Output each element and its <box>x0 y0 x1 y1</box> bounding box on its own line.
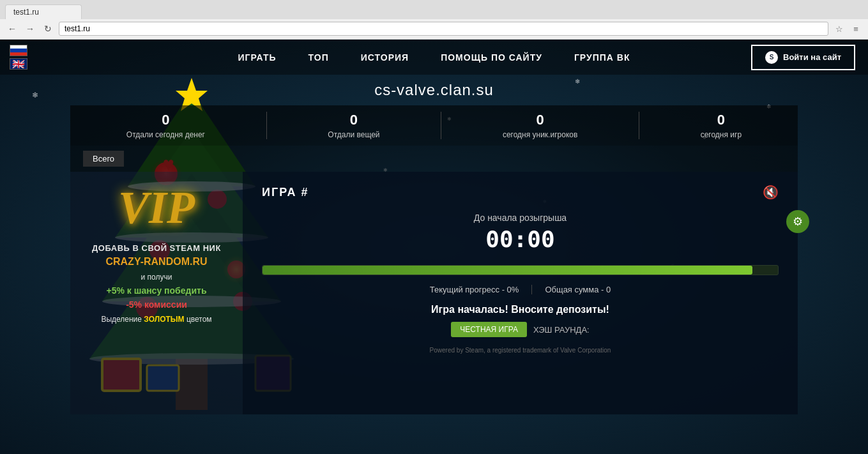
progress-container <box>262 265 779 275</box>
settings-icon[interactable]: ⚙ <box>786 210 809 233</box>
browser-icons: ☆ ≡ <box>832 22 863 36</box>
honest-game-button[interactable]: ЧЕСТНАЯ ИГРА <box>451 322 527 337</box>
countdown-timer: 00:00 <box>262 226 779 252</box>
vip-bonus1: +5% к шансу победить <box>107 285 207 296</box>
game-header: ИГРА # 🔇 <box>262 185 779 200</box>
stat-items: 0 Отдали вещей <box>328 112 379 139</box>
nav-play[interactable]: ИГРАТЬ <box>238 52 276 63</box>
progress-bar-background <box>262 265 779 275</box>
game-panel: ИГРА # 🔇 ⚙ До начала розыгрыша 00:00 Тек… <box>243 172 798 414</box>
stat-games-label: сегодня игр <box>701 130 742 139</box>
bookmark-button[interactable]: ☆ <box>832 22 846 36</box>
stat-players-label: сегодня уник.игроков <box>503 130 577 139</box>
nav-top[interactable]: ТОП <box>308 52 329 63</box>
forward-button[interactable]: → <box>23 22 37 36</box>
site-title: cs-valve.clan.su <box>0 75 868 105</box>
flag-ru[interactable] <box>10 45 27 56</box>
menu-button[interactable]: ≡ <box>849 22 863 36</box>
vip-text-1: ДОБАВЬ В СВОЙ STEAM НИК <box>92 243 221 253</box>
main-content: VIP ДОБАВЬ В СВОЙ STEAM НИК CRAZY-RANDOM… <box>70 172 798 414</box>
page-wrapper: ♥ ❄ ❄ ❄ ❄ ❄ ❄ ❄ ❄ ИГРАТЬ ТОП ИСТОРИЯ ПОМ… <box>0 40 868 454</box>
back-button[interactable]: ← <box>5 22 19 36</box>
game-total-sum: Общая сумма - 0 <box>532 285 623 294</box>
vip-panel: VIP ДОБАВЬ В СВОЙ STEAM НИК CRAZY-RANDOM… <box>70 172 243 414</box>
steam-icon: S <box>765 51 778 64</box>
stats-bar: 0 Отдали сегодня денег 0 Отдали вещей 0 … <box>70 105 798 146</box>
tab-bar: test1.ru <box>0 0 868 19</box>
vip-highlight-text2: цветом <box>187 315 212 324</box>
game-current-progress: Текущий прогресс - 0% <box>417 285 532 294</box>
game-message: Игра началась! Вносите депозиты! <box>262 304 779 315</box>
stat-players-value: 0 <box>503 112 577 128</box>
address-bar[interactable] <box>59 22 828 36</box>
stat-players: 0 сегодня уник.игроков <box>503 112 577 139</box>
stat-divider-3 <box>639 112 639 139</box>
vip-bonus2: -5% комиссии <box>126 299 187 310</box>
vip-highlight-text1: Выделение <box>101 315 142 324</box>
login-button[interactable]: S Войти на сайт <box>751 45 855 70</box>
vip-bonus1-text: +5% к шансу победить <box>107 285 207 296</box>
vip-highlight: Выделение ЗОЛОТЫМ цветом <box>101 315 211 324</box>
hash-label: ХЭШ РАУНДА: <box>533 325 590 335</box>
mute-icon[interactable]: 🔇 <box>763 185 779 200</box>
stat-games-value: 0 <box>701 112 742 128</box>
filter-bar: Всего <box>70 146 798 172</box>
browser-chrome: test1.ru ← → ↻ ☆ ≡ <box>0 0 868 40</box>
game-stats: Текущий прогресс - 0% Общая сумма - 0 <box>262 285 779 294</box>
stat-money: 0 Отдали сегодня денег <box>126 112 205 139</box>
reload-button[interactable]: ↻ <box>41 22 55 36</box>
vip-site-name: CRAZY-RANDOM.RU <box>105 256 207 268</box>
powered-text: Powered by Steam, a registered trademark… <box>262 347 779 354</box>
nav-history[interactable]: ИСТОРИЯ <box>361 52 409 63</box>
stat-items-label: Отдали вещей <box>328 130 379 139</box>
language-flags <box>10 45 27 70</box>
stat-divider-1 <box>266 112 267 139</box>
countdown-label: До начала розыгрыша <box>262 213 779 223</box>
vip-and-get: и получи <box>141 273 172 282</box>
browser-toolbar: ← → ↻ ☆ ≡ <box>0 19 868 39</box>
vip-bonus2-text: -5% комиссии <box>126 299 187 310</box>
vip-gold-text: ЗОЛОТЫМ <box>144 315 184 324</box>
navbar: ИГРАТЬ ТОП ИСТОРИЯ ПОМОЩЬ ПО САЙТУ ГРУПП… <box>0 40 868 75</box>
filter-all-button[interactable]: Всего <box>83 151 124 167</box>
vip-logo: VIP <box>118 185 195 231</box>
stat-money-value: 0 <box>126 112 205 128</box>
login-button-label: Войти на сайт <box>783 52 841 62</box>
stat-money-label: Отдали сегодня денег <box>126 130 205 139</box>
stat-divider-2 <box>441 112 441 139</box>
game-title: ИГРА # <box>262 186 309 199</box>
nav-vk[interactable]: ГРУППА ВК <box>574 52 630 63</box>
nav-links: ИГРАТЬ ТОП ИСТОРИЯ ПОМОЩЬ ПО САЙТУ ГРУПП… <box>238 52 630 63</box>
stat-items-value: 0 <box>328 112 379 128</box>
stat-games: 0 сегодня игр <box>701 112 742 139</box>
progress-bar-fill <box>263 266 752 275</box>
nav-help[interactable]: ПОМОЩЬ ПО САЙТУ <box>441 52 542 63</box>
game-bottom-bar: ЧЕСТНАЯ ИГРА ХЭШ РАУНДА: <box>262 322 779 337</box>
browser-tab[interactable]: test1.ru <box>5 4 82 19</box>
flag-en[interactable] <box>10 58 27 70</box>
